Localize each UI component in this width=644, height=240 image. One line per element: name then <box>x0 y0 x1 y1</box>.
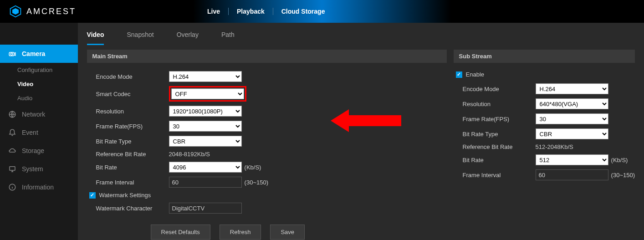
main-stream-column: Main Stream Encode Mode H.264 Smart Code… <box>87 50 447 240</box>
sub-reference-bit-rate-label: Reference Bit Rate <box>463 143 536 150</box>
svg-marker-1 <box>12 8 19 15</box>
sub-frame-rate-label: Frame Rate(FPS) <box>463 116 536 123</box>
encode-mode-select[interactable]: H.264 <box>169 71 242 82</box>
smart-codec-highlight: OFF <box>169 86 246 102</box>
sub-frame-interval-input[interactable] <box>536 169 608 180</box>
sub-reference-bit-rate-value: 512-2048Kb/S <box>536 143 573 150</box>
frame-interval-input[interactable] <box>169 177 242 188</box>
sidebar-item-system[interactable]: System <box>0 160 78 178</box>
sidebar: Camera Configuration Video Audio Network… <box>0 23 78 240</box>
sidebar-item-label: Network <box>22 111 45 118</box>
sub-bit-rate-type-label: Bit Rate Type <box>463 131 536 138</box>
refresh-button[interactable]: Refresh <box>220 225 261 240</box>
bit-rate-label: Bit Rate <box>96 164 169 171</box>
sub-bit-rate-suffix: (Kb/S) <box>611 157 628 163</box>
sidebar-subitem-audio[interactable]: Audio <box>0 91 78 105</box>
sub-stream-column: Sub Stream Enable Encode Mode H.264 Reso… <box>454 50 635 240</box>
sub-bit-rate-type-select[interactable]: CBR <box>536 128 608 139</box>
sidebar-item-label: Information <box>22 184 54 191</box>
brand-name: AMCREST <box>26 7 76 16</box>
frame-rate-select[interactable]: 30 <box>169 121 242 132</box>
camera-icon <box>8 50 16 58</box>
sub-encode-mode-label: Encode Mode <box>463 86 536 92</box>
watermark-settings-label: Watermark Settings <box>99 192 151 199</box>
sub-stream-header: Sub Stream <box>454 50 635 63</box>
frame-interval-suffix: (30~150) <box>245 179 268 186</box>
sidebar-item-label: Camera <box>22 50 45 57</box>
sidebar-item-information[interactable]: Information <box>0 178 78 196</box>
sub-enable-checkbox[interactable] <box>456 71 462 78</box>
resolution-label: Resolution <box>96 108 169 115</box>
bit-rate-select[interactable]: 4096 <box>169 162 242 173</box>
reference-bit-rate-value: 2048-8192Kb/S <box>169 151 210 158</box>
storage-icon <box>8 147 16 155</box>
save-button[interactable]: Save <box>270 225 305 240</box>
smart-codec-select[interactable]: OFF <box>171 88 244 99</box>
sidebar-item-label: Event <box>22 129 38 136</box>
bit-rate-type-label: Bit Rate Type <box>96 138 169 145</box>
sidebar-item-event[interactable]: Event <box>0 123 78 142</box>
sub-enable-label: Enable <box>466 71 484 78</box>
frame-interval-label: Frame Interval <box>96 179 169 186</box>
topnav-live[interactable]: Live <box>199 8 229 15</box>
sidebar-item-storage[interactable]: Storage <box>0 142 78 160</box>
network-icon <box>8 110 16 118</box>
sidebar-item-label: Storage <box>22 147 44 154</box>
event-icon <box>8 128 16 137</box>
content-area: Video Snapshot Overlay Path Main Stream … <box>78 23 644 240</box>
sidebar-subitem-configuration[interactable]: Configuration <box>0 63 78 77</box>
tab-path[interactable]: Path <box>221 31 235 45</box>
brand-logo-icon <box>9 5 22 18</box>
sub-resolution-label: Resolution <box>463 101 536 107</box>
sub-encode-mode-select[interactable]: H.264 <box>536 83 608 94</box>
tabs: Video Snapshot Overlay Path <box>78 23 644 45</box>
tab-video[interactable]: Video <box>87 31 104 45</box>
watermark-character-input[interactable] <box>169 203 242 214</box>
system-icon <box>8 165 16 173</box>
tab-snapshot[interactable]: Snapshot <box>127 31 153 45</box>
tab-overlay[interactable]: Overlay <box>177 31 199 45</box>
sub-resolution-select[interactable]: 640*480(VGA) <box>536 98 608 109</box>
sub-frame-interval-suffix: (30~150) <box>611 172 635 179</box>
button-row: Reset Defaults Refresh Save <box>87 218 447 240</box>
brand-logo: AMCREST <box>9 5 76 18</box>
sidebar-item-camera[interactable]: Camera <box>0 45 78 63</box>
svg-rect-5 <box>10 167 15 170</box>
information-icon <box>8 183 16 191</box>
svg-point-3 <box>10 53 13 56</box>
watermark-character-label: Watermark Character <box>96 205 169 212</box>
topnav-cloud-storage[interactable]: Cloud Storage <box>273 8 333 15</box>
sub-bit-rate-select[interactable]: 512 <box>536 154 608 165</box>
sub-frame-rate-select[interactable]: 30 <box>536 113 608 124</box>
sub-frame-interval-label: Frame Interval <box>463 172 536 179</box>
sub-bit-rate-label: Bit Rate <box>463 157 536 163</box>
smart-codec-label: Smart Codec <box>96 91 169 97</box>
sidebar-subitem-video[interactable]: Video <box>0 77 78 91</box>
frame-rate-label: Frame Rate(FPS) <box>96 123 169 130</box>
sidebar-item-network[interactable]: Network <box>0 105 78 123</box>
reference-bit-rate-label: Reference Bit Rate <box>96 151 169 158</box>
reset-defaults-button[interactable]: Reset Defaults <box>151 225 210 240</box>
header-bar: AMCREST Live Playback Cloud Storage <box>0 0 644 23</box>
sidebar-item-label: System <box>22 165 43 173</box>
topnav-playback[interactable]: Playback <box>229 8 273 15</box>
bit-rate-type-select[interactable]: CBR <box>169 136 242 147</box>
resolution-select[interactable]: 1920*1080(1080P) <box>169 106 242 117</box>
encode-mode-label: Encode Mode <box>96 73 169 80</box>
main-stream-header: Main Stream <box>87 50 447 63</box>
top-nav: Live Playback Cloud Storage <box>199 8 333 15</box>
watermark-settings-checkbox[interactable] <box>89 192 96 199</box>
bit-rate-suffix: (Kb/S) <box>245 164 261 171</box>
